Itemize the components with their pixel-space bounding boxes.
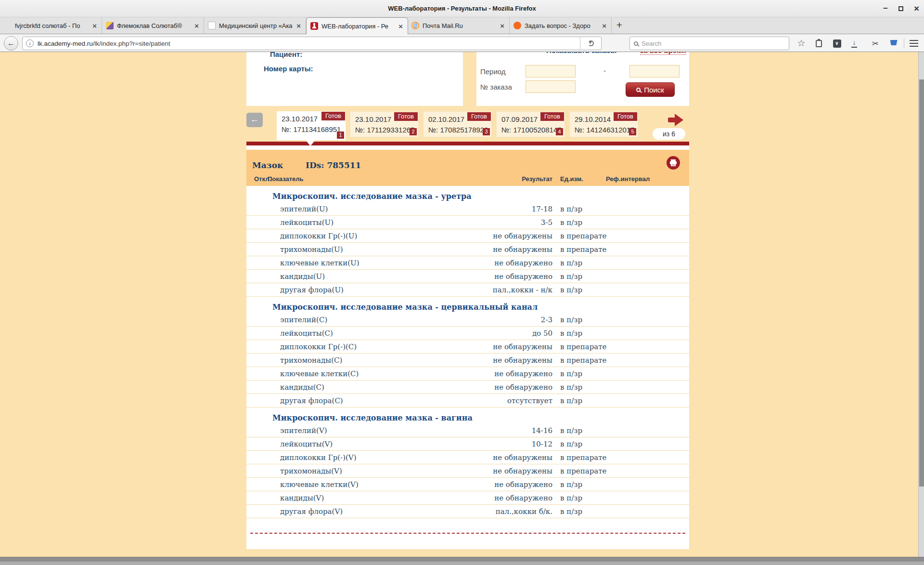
pocket-button[interactable]: ∨ bbox=[831, 38, 843, 49]
parameter-name: трихомонады(U) bbox=[246, 245, 456, 254]
period-dash: - bbox=[603, 66, 606, 75]
unit-value: в препарате bbox=[552, 342, 689, 351]
result-value: 14-16 bbox=[456, 426, 552, 435]
back-button[interactable]: ← bbox=[4, 36, 18, 51]
result-row: другая флора(V) пал.,кокки б/к. в п/зр bbox=[246, 505, 689, 518]
close-button[interactable]: × bbox=[914, 0, 919, 17]
period-preset-link[interactable]: за все время bbox=[640, 52, 686, 55]
order-card[interactable]: 23.10.2017 №: 171129331267 Готов 2 bbox=[350, 111, 419, 137]
search-orders-button[interactable]: Поиск bbox=[626, 82, 675, 97]
tab-title: Задать вопрос - Здоро bbox=[525, 22, 598, 29]
browser-tab[interactable]: Медицинский центр «Акад × bbox=[204, 17, 306, 34]
tab-bar: fvjrcbrkfd солютаб - По × Флемоклав Солю… bbox=[0, 17, 924, 34]
parameter-name: лейкоциты(V) bbox=[246, 440, 456, 448]
unit-value: в п/зр bbox=[552, 396, 689, 405]
browser-tab[interactable]: fvjrcbrkfd солютаб - По × bbox=[0, 17, 102, 34]
menu-button[interactable] bbox=[908, 38, 920, 49]
parameter-name: другая флора(C) bbox=[246, 396, 456, 405]
search-bar[interactable] bbox=[629, 37, 789, 50]
unit-value: в препарате bbox=[552, 245, 689, 254]
period-to-input[interactable] bbox=[629, 65, 680, 78]
browser-tab[interactable]: Флемоклав Солютаб® × bbox=[102, 17, 204, 34]
bookmark-star-button[interactable]: ☆ bbox=[795, 38, 808, 49]
url-text: lk.academy-med.ru/lk/index.php?r=site/pa… bbox=[38, 40, 170, 47]
unit-value: в п/зр bbox=[552, 286, 689, 294]
tab-title: fvjrcbrkfd солютаб - По bbox=[15, 22, 88, 29]
toolbar-separator bbox=[904, 38, 904, 49]
carousel-prev-button[interactable]: ← bbox=[246, 113, 263, 127]
order-index-badge: 2 bbox=[410, 128, 417, 135]
maximize-button[interactable] bbox=[898, 6, 903, 11]
column-header-ref-interval: Реф.интервал bbox=[606, 175, 650, 183]
order-number-label: № заказа bbox=[480, 83, 512, 91]
result-row: ключевые клетки(V) не обнаружено в п/зр bbox=[246, 478, 689, 491]
order-index-badge: 1 bbox=[337, 131, 344, 139]
tab-close-icon[interactable]: × bbox=[193, 22, 200, 30]
url-bar[interactable]: i lk.academy-med.ru/lk/index.php?r=site/… bbox=[22, 37, 602, 50]
result-value: не обнаружено bbox=[456, 369, 552, 378]
tab-close-icon[interactable]: × bbox=[91, 22, 98, 30]
result-row: диплококки Гр(-)(U) не обнаружены в преп… bbox=[246, 229, 689, 243]
tab-close-icon[interactable]: × bbox=[499, 22, 505, 30]
download-icon: ↓ bbox=[850, 39, 858, 48]
browser-tab[interactable]: Задать вопрос - Здоро × bbox=[510, 17, 612, 34]
search-button-icon bbox=[636, 88, 641, 92]
order-card[interactable]: 07.09.2017 №: 171005208147 Готов 4 bbox=[496, 111, 565, 137]
period-from-input[interactable] bbox=[526, 65, 576, 78]
downloads-button[interactable]: ↓ bbox=[848, 38, 860, 49]
section-title: Микроскопич. исследование мазка - вагина bbox=[272, 413, 689, 424]
parameter-name: лейкоциты(U) bbox=[246, 218, 456, 227]
tab-close-icon[interactable]: × bbox=[295, 22, 302, 30]
result-value: отсутствует bbox=[456, 396, 552, 405]
order-date: 23.10.2017 bbox=[355, 115, 391, 123]
section-rows: эпителий(C) 2-3 в п/зр лейкоциты(C) до 5… bbox=[246, 313, 689, 407]
reload-button[interactable] bbox=[580, 37, 601, 50]
result-value: не обнаружено bbox=[456, 272, 552, 281]
parameter-name: лейкоциты(C) bbox=[246, 329, 456, 338]
results-panel: Мазок IDs: 785511 Откл. Показатель Резул… bbox=[246, 145, 689, 549]
parameter-name: диплококки Гр(-)(C) bbox=[246, 342, 456, 351]
search-input[interactable] bbox=[642, 40, 776, 47]
order-number-input[interactable] bbox=[526, 80, 576, 93]
order-status-badge: Готов bbox=[467, 112, 491, 121]
order-status-badge: Готов bbox=[321, 112, 345, 120]
parameter-name: эпителий(U) bbox=[246, 205, 456, 213]
minimize-button[interactable]: − bbox=[883, 0, 888, 17]
window-title: WEB-лаборатория - Результаты - Mozilla F… bbox=[388, 5, 536, 12]
bookmarks-menu-button[interactable] bbox=[812, 38, 825, 49]
scrollbar-thumb[interactable] bbox=[919, 79, 924, 486]
parameter-name: кандиды(V) bbox=[246, 494, 456, 502]
result-value: не обнаружено bbox=[456, 383, 552, 392]
scrollbar-track[interactable] bbox=[918, 52, 924, 557]
new-tab-button[interactable]: + bbox=[612, 17, 627, 34]
carousel-next-button[interactable] bbox=[668, 114, 684, 126]
window-controls: − × bbox=[883, 0, 919, 17]
browser-tab[interactable]: WEB-лаборатория - Ре × bbox=[306, 17, 408, 34]
result-value: 10-12 bbox=[456, 440, 552, 448]
browser-tab[interactable]: @ Почта Mail.Ru × bbox=[408, 17, 510, 34]
order-card[interactable]: 02.10.2017 №: 170825178929 Готов 3 bbox=[423, 111, 492, 137]
unit-value: в п/зр bbox=[552, 272, 689, 281]
unit-value: в п/зр bbox=[552, 494, 689, 502]
site-info-icon[interactable]: i bbox=[26, 39, 34, 47]
result-section: Микроскопич. исследование мазка - вагина… bbox=[246, 407, 689, 518]
tab-title: Медицинский центр «Акад bbox=[219, 22, 292, 29]
result-value: 17-18 bbox=[456, 205, 552, 213]
order-card[interactable]: 29.10.2014 №: 141246312017 Готов 5 bbox=[569, 111, 638, 137]
result-value: не обнаружены bbox=[456, 467, 552, 475]
tab-close-icon[interactable]: × bbox=[398, 22, 404, 30]
order-card[interactable]: 23.10.2017 №: 171134168951 Готов 1 bbox=[277, 111, 346, 140]
print-button[interactable] bbox=[667, 156, 680, 170]
cart-addon-button[interactable] bbox=[887, 38, 900, 49]
parameter-name: другая флора(U) bbox=[246, 286, 456, 294]
url-domain: lk.academy-med.ru bbox=[38, 40, 93, 47]
tab-close-icon[interactable]: × bbox=[601, 22, 607, 30]
result-row: кандиды(U) не обнаружено в п/зр bbox=[246, 270, 689, 283]
search-button-label: Поиск bbox=[644, 86, 664, 94]
result-value: не обнаружено bbox=[456, 494, 552, 502]
result-row: другая флора(U) пал.,кокки - н/к в п/зр bbox=[246, 283, 689, 297]
screenshot-button[interactable]: ✂ bbox=[869, 38, 882, 49]
unit-value: в п/зр bbox=[552, 507, 689, 516]
mailru-favicon-icon: @ bbox=[411, 22, 419, 29]
page-favicon-icon bbox=[208, 22, 216, 29]
